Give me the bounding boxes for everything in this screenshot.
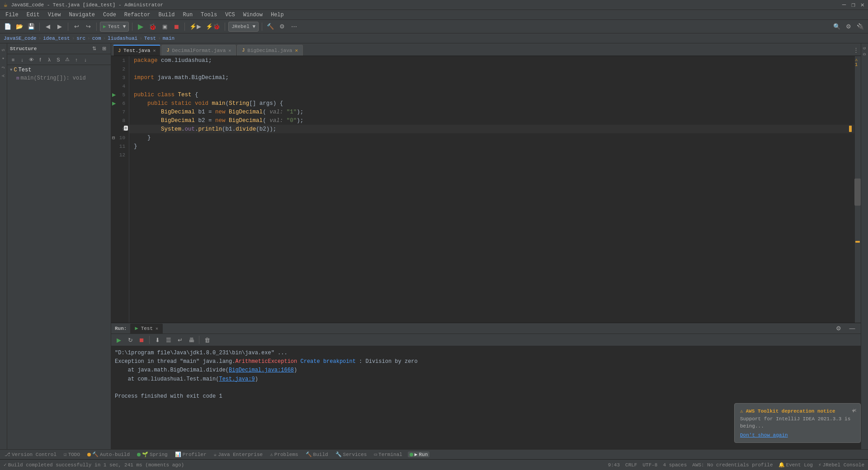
- right-sidebar-item-1[interactable]: G: [863, 45, 867, 51]
- tab-test-java[interactable]: J Test.java ✕: [113, 45, 160, 56]
- menu-file[interactable]: File: [2, 11, 22, 19]
- jrebel-debug[interactable]: ⚡🐞: [204, 22, 222, 32]
- toolbar-problems[interactable]: ⚠ Problems: [268, 451, 300, 457]
- testjava-link[interactable]: Test.java:9: [219, 376, 255, 382]
- open-button[interactable]: 📂: [14, 22, 24, 32]
- run-config-selector[interactable]: ▶ Test ▼: [100, 22, 129, 32]
- bigdecimal-link[interactable]: BigDecimal.java:1668: [229, 367, 294, 373]
- panel-tb-visibility[interactable]: 👁: [27, 56, 35, 64]
- tree-item-main[interactable]: m main(String[]): void: [7, 74, 111, 82]
- toolbar-profiler[interactable]: 📊 Profiler: [173, 451, 208, 457]
- status-build[interactable]: ✓ Build completed successfully in 1 sec,…: [4, 462, 184, 468]
- coverage-button[interactable]: ▣: [160, 22, 170, 32]
- tree-item-test[interactable]: ▼ C Test: [7, 66, 111, 74]
- run-panel-settings[interactable]: ⚙: [834, 324, 844, 334]
- toolbar-auto-build[interactable]: 🔨 Auto-build: [85, 451, 132, 457]
- favorites-tab-icon[interactable]: ★: [1, 55, 6, 63]
- run-scroll-end-button[interactable]: ⬇: [152, 335, 162, 345]
- stop-button[interactable]: ⏹: [171, 22, 181, 32]
- breadcrumb-class[interactable]: Test: [144, 36, 156, 41]
- aws-notification-link[interactable]: Don't show again: [740, 432, 855, 438]
- jrebel-tab-icon[interactable]: J: [1, 65, 6, 70]
- maximize-button[interactable]: ❐: [851, 1, 855, 9]
- scroll-thumb[interactable]: [854, 179, 861, 206]
- menu-edit[interactable]: Edit: [23, 11, 43, 19]
- plugins-button[interactable]: 🔌: [855, 22, 865, 32]
- breadcrumb-package[interactable]: liudashuai: [108, 36, 137, 41]
- run-rerun-button[interactable]: ↻: [125, 335, 135, 345]
- run-stop-button[interactable]: ⏹: [137, 335, 146, 345]
- toolbar-java-enterprise[interactable]: ☕ Java Enterprise: [212, 451, 265, 457]
- jrebel-config-selector[interactable]: JRebel ▼: [228, 22, 259, 32]
- right-sidebar-item-2[interactable]: D: [863, 51, 867, 57]
- toolbar-spring[interactable]: 🌱 Spring: [135, 451, 170, 457]
- save-button[interactable]: 💾: [26, 22, 36, 32]
- run-button[interactable]: ▶: [136, 22, 146, 32]
- menu-code[interactable]: Code: [99, 11, 120, 19]
- minimize-button[interactable]: —: [842, 1, 846, 9]
- panel-tb-errs[interactable]: ⚠: [63, 56, 71, 64]
- panel-tb-inherited[interactable]: ↓: [18, 56, 26, 64]
- structure-tab-icon[interactable]: S: [1, 47, 6, 53]
- code-area[interactable]: package com.liudashuai; import java.math…: [129, 56, 854, 323]
- settings2-button[interactable]: ⚙: [844, 22, 854, 32]
- panel-tb-down[interactable]: ↓: [81, 56, 90, 64]
- status-line-ending[interactable]: CRLF: [625, 462, 637, 468]
- panel-tb-up[interactable]: ↑: [72, 56, 80, 64]
- back-button[interactable]: ◀: [43, 22, 53, 32]
- search-everywhere-button[interactable]: 🔍: [832, 22, 842, 32]
- toolbar-todo[interactable]: ☑ TODO: [62, 451, 82, 457]
- run-tab[interactable]: ▶ Test ✕: [130, 324, 163, 334]
- editor-scrollbar[interactable]: ⚠ 1: [854, 56, 861, 323]
- menu-vcs[interactable]: VCS: [222, 11, 239, 19]
- more-button[interactable]: ⋯: [289, 22, 299, 32]
- menu-help[interactable]: Help: [267, 11, 288, 19]
- menu-view[interactable]: View: [44, 11, 65, 19]
- menu-build[interactable]: Build: [155, 11, 178, 19]
- toolbar-build[interactable]: 🔨 Build: [304, 451, 330, 457]
- panel-tb-anon[interactable]: λ: [45, 56, 53, 64]
- panel-sort-button[interactable]: ⇅: [90, 45, 98, 53]
- close-button[interactable]: ✕: [861, 1, 864, 9]
- run-clear-button[interactable]: 🗑: [202, 335, 212, 345]
- panel-expand-button[interactable]: ⊞: [100, 45, 108, 53]
- breadcrumb-method[interactable]: main: [163, 36, 175, 41]
- settings-button[interactable]: ⚙: [277, 22, 287, 32]
- panel-tb-supertype[interactable]: S: [54, 56, 62, 64]
- panel-tb-sort[interactable]: ≡: [9, 56, 17, 64]
- menu-window[interactable]: Window: [240, 11, 266, 19]
- tab-test-close[interactable]: ✕: [153, 48, 156, 53]
- menu-refactor[interactable]: Refactor: [121, 11, 154, 19]
- tabs-more-button[interactable]: ⋮: [851, 45, 861, 55]
- tab-bigdecimal-java[interactable]: J BigDecimal.java ✕: [237, 45, 303, 56]
- forward-button[interactable]: ▶: [55, 22, 65, 32]
- run-soft-wrap-button[interactable]: ↵: [175, 335, 185, 345]
- status-event-log[interactable]: 🔔 Event Log: [778, 462, 813, 468]
- run-restart-button[interactable]: ▶: [114, 335, 124, 345]
- create-breakpoint-link[interactable]: Create breakpoint: [297, 358, 359, 365]
- breadcrumb-com[interactable]: com: [92, 36, 101, 41]
- status-indent[interactable]: 4 spaces: [663, 462, 687, 468]
- breadcrumb-src[interactable]: src: [76, 36, 85, 41]
- debug-button[interactable]: 🐞: [147, 22, 158, 32]
- run-print-button[interactable]: 🖶: [186, 335, 196, 345]
- status-aws[interactable]: AWS: No credentials profile: [692, 462, 773, 468]
- redo-button[interactable]: ↪: [83, 22, 93, 32]
- menu-navigate[interactable]: Navigate: [65, 11, 99, 19]
- build-project-button[interactable]: 🔨: [265, 22, 275, 32]
- status-charset[interactable]: UTF-8: [642, 462, 657, 468]
- tab-decimalformat-java[interactable]: J DecimalFormat.java ✕: [161, 45, 236, 56]
- run-filter-button[interactable]: ☰: [164, 335, 174, 345]
- toolbar-services[interactable]: 🔧 Services: [334, 451, 369, 457]
- undo-button[interactable]: ↩: [71, 22, 81, 32]
- toolbar-terminal[interactable]: ▭ Terminal: [372, 451, 404, 457]
- status-jrebel[interactable]: ⚡ JRebel Console: [818, 462, 864, 468]
- breadcrumb-module[interactable]: idea_test: [43, 36, 70, 41]
- aws-tab-icon[interactable]: A: [1, 73, 6, 79]
- run-tab-close[interactable]: ✕: [156, 326, 158, 331]
- menu-tools[interactable]: Tools: [197, 11, 221, 19]
- new-file-button[interactable]: 📄: [3, 22, 13, 32]
- tab-decimalformat-close[interactable]: ✕: [228, 48, 231, 53]
- breadcrumb-project[interactable]: JavaSE_code: [4, 36, 37, 41]
- panel-tb-fields[interactable]: f: [36, 56, 44, 64]
